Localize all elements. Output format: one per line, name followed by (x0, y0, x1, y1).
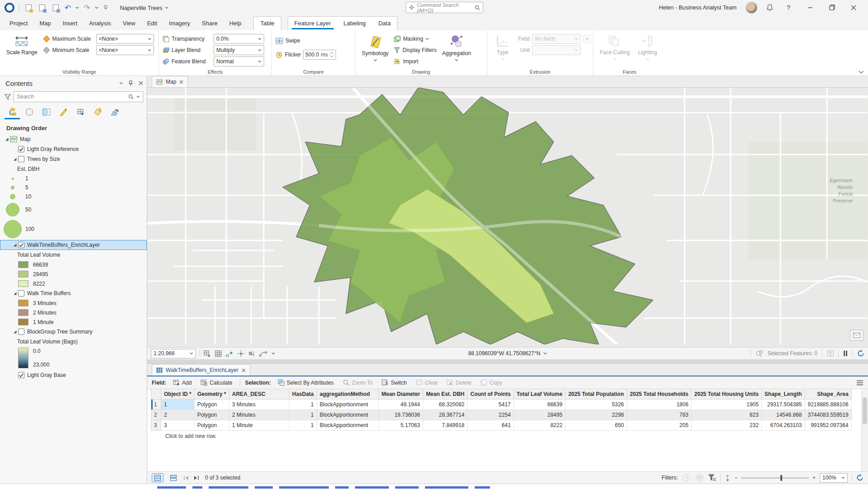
table-cell[interactable]: Polygon (194, 409, 229, 420)
table-cell[interactable]: 2254 (467, 409, 513, 420)
legend-swatch[interactable] (18, 261, 28, 268)
table-cell[interactable]: Polygon (194, 420, 229, 430)
table-cell[interactable]: 9219885.888106 (805, 399, 851, 409)
masking-button[interactable]: Masking (394, 34, 436, 44)
tab-analysis[interactable]: Analysis (83, 17, 117, 30)
command-search-box[interactable]: Command Search (Alt+Q) (406, 2, 483, 13)
switch-button[interactable]: Switch (378, 378, 410, 387)
table-cell[interactable]: 1 (289, 409, 317, 420)
map-scale-dropdown[interactable]: 1:20,966 (151, 349, 196, 358)
layer-blend-dropdown[interactable]: Multiply (214, 45, 264, 55)
column-header-total-leaf-volume[interactable]: Total Leaf Volume (513, 389, 565, 399)
table-cell[interactable]: 991952.097364 (805, 420, 851, 430)
tab-snapping[interactable] (73, 106, 89, 119)
add-new-row[interactable]: Click to add new row. (151, 431, 868, 439)
zoom-out-icon[interactable]: − (734, 475, 737, 481)
layer-item-walktimebuffers-enrichlayer[interactable]: WalkTimeBuffers_EnrichLayer (0, 240, 147, 250)
table-vertical-scrollbar[interactable] (861, 389, 868, 471)
tab-data[interactable]: Data (372, 17, 397, 30)
table-cell[interactable]: 7.849918 (423, 420, 467, 430)
table-menu-icon[interactable] (856, 380, 863, 386)
table-cell[interactable]: 2 Minutes (229, 409, 289, 420)
tab-feature-layer[interactable]: Feature Layer (288, 17, 337, 30)
pause-drawing-icon[interactable] (843, 350, 848, 357)
table-cell[interactable]: 650 (565, 420, 627, 430)
legend-swatch[interactable] (18, 309, 28, 316)
tab-labeling[interactable]: Labeling (337, 17, 372, 30)
tab-imagery[interactable]: Imagery (163, 17, 196, 30)
table-cell[interactable]: 1 (289, 399, 317, 409)
table-cell[interactable]: BlockApportionment (317, 399, 378, 409)
feature-blend-dropdown[interactable]: Normal (214, 56, 264, 66)
notifications-bell-icon[interactable] (766, 4, 773, 11)
table-cell[interactable]: 3 (161, 420, 195, 430)
layer-visibility-checkbox[interactable] (18, 372, 24, 378)
last-record-icon[interactable] (193, 475, 199, 480)
table-cell[interactable]: 2 (161, 409, 195, 420)
layer-visibility-checkbox[interactable] (18, 242, 24, 248)
calculate-button[interactable]: Calculate (197, 378, 235, 387)
display-filters-button[interactable]: Display Filters (394, 45, 436, 55)
table-tab[interactable]: WalkTimeBuffers_EnrichLayer (152, 364, 250, 376)
undo-dropdown-icon[interactable] (75, 6, 79, 9)
attribute-filter-icon[interactable] (708, 474, 716, 481)
legend-circle-symbol[interactable] (6, 203, 19, 216)
layer-item-trees-by-size[interactable]: Trees by Size (0, 154, 147, 164)
redo-dropdown-icon[interactable] (95, 6, 98, 9)
column-header-area-desc[interactable]: AREA_DESC (229, 389, 289, 399)
table-cell[interactable]: BlockApportionment (317, 420, 378, 430)
table-cell[interactable]: 641 (467, 420, 513, 430)
table-cell[interactable]: 5326 (565, 399, 627, 409)
zoom-in-icon[interactable]: + (812, 475, 816, 481)
swipe-button[interactable]: Swipe (275, 36, 336, 46)
collapse-ribbon-icon[interactable] (858, 70, 864, 75)
layer-item-map[interactable]: Map (0, 134, 147, 144)
column-header-aggregationmethod[interactable]: aggregationMethod (317, 389, 378, 399)
column-header-hasdata[interactable]: HasData (289, 389, 317, 399)
table-cell[interactable]: 6704.263103 (761, 420, 805, 430)
table-cell[interactable]: 2298 (565, 409, 627, 420)
table-cell[interactable]: 205 (627, 420, 691, 430)
table-cell[interactable]: BlockApportionment (317, 409, 378, 420)
table-cell[interactable]: 28.367714 (423, 409, 467, 420)
tab-edit[interactable]: Edit (141, 17, 163, 30)
tab-map[interactable]: Map (33, 17, 56, 30)
column-header-object-id-[interactable]: Object ID * (161, 389, 195, 399)
scale-range-button[interactable]: Scale Range (4, 33, 40, 67)
close-pane-icon[interactable] (139, 81, 143, 85)
legend-gradient-swatch[interactable] (18, 348, 28, 368)
tab-labeling[interactable] (90, 106, 106, 119)
expander-icon[interactable] (12, 330, 18, 334)
sync-extent-icon[interactable] (725, 474, 730, 482)
refresh-table-icon[interactable] (856, 474, 863, 481)
table-cell[interactable]: 8222 (513, 420, 565, 430)
table-zoom-dropdown[interactable]: 100% (820, 473, 848, 483)
customize-quick-access-icon[interactable] (103, 5, 108, 10)
tab-insert[interactable]: Insert (57, 17, 84, 30)
column-header-2025-total-housing-units[interactable]: 2025 Total Housing Units (691, 389, 761, 399)
north-arrow-icon[interactable]: N (248, 350, 255, 357)
refresh-map-icon[interactable] (857, 350, 864, 357)
close-button[interactable] (847, 5, 860, 11)
table-cell[interactable]: 1 (289, 420, 317, 430)
legend-swatch[interactable] (18, 271, 28, 277)
table-cell[interactable]: 1 Minute (229, 420, 289, 430)
column-header-2025-total-households[interactable]: 2025 Total Households (627, 389, 691, 399)
redo-button[interactable]: ↷ (84, 4, 90, 12)
layer-item-light-gray-base[interactable]: Light Gray Base (0, 370, 147, 380)
legend-circle-symbol[interactable] (4, 220, 22, 238)
flicker-duration-input[interactable]: 500.0 ms (303, 50, 336, 60)
add-button[interactable]: Add (170, 378, 195, 387)
legend-circle-symbol[interactable] (11, 186, 14, 189)
layer-label[interactable]: Walk Time Buffers (27, 290, 71, 296)
table-cell[interactable]: 3744083.559519 (805, 409, 851, 420)
project-title-menu[interactable]: Naperville Trees (120, 5, 169, 11)
help-button[interactable]: ? (782, 4, 795, 11)
tab-drawing-order[interactable] (5, 106, 20, 119)
layer-label[interactable]: Light Gray Base (27, 372, 66, 378)
search-options-chevron-icon[interactable] (136, 95, 140, 99)
legend-circle-symbol[interactable] (12, 178, 14, 180)
layer-visibility-checkbox[interactable] (18, 329, 24, 335)
aggregation-button[interactable]: Aggregation (439, 33, 474, 67)
spatial-filter-icon[interactable] (827, 350, 834, 357)
